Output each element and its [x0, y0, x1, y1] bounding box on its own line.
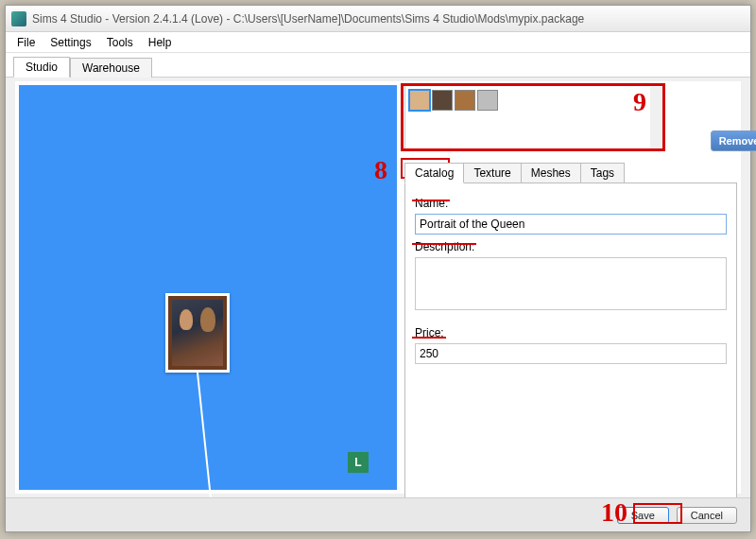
- save-button[interactable]: Save: [617, 507, 669, 524]
- swatch-2[interactable]: [432, 90, 453, 111]
- titlebar: Sims 4 Studio - Version 2.4.1.4 (Love) -…: [6, 6, 750, 32]
- bottom-bar: Save Cancel: [6, 497, 750, 531]
- window-title: Sims 4 Studio - Version 2.4.1.4 (Love) -…: [32, 12, 584, 26]
- swatch-1[interactable]: [409, 90, 430, 111]
- description-input[interactable]: [415, 257, 727, 310]
- catalog-panel: Name: Description: Price:: [404, 183, 737, 506]
- 3d-viewport[interactable]: L: [19, 85, 397, 490]
- name-label: Name:: [415, 197, 727, 210]
- swatch-3[interactable]: [455, 90, 475, 111]
- menu-tools[interactable]: Tools: [99, 33, 141, 52]
- price-input[interactable]: [415, 343, 727, 364]
- workspace: L Remove Swatch Catalog Texture: [15, 81, 741, 494]
- ptab-catalog[interactable]: Catalog: [404, 163, 464, 183]
- viewport-axis-badge: L: [348, 452, 369, 473]
- painting-frame: [168, 296, 227, 370]
- swatch-zone: Remove Swatch: [404, 85, 737, 159]
- name-input[interactable]: [415, 214, 727, 235]
- menubar: File Settings Tools Help: [6, 32, 750, 53]
- swatch-4[interactable]: [477, 90, 498, 111]
- painting-canvas: [172, 300, 223, 366]
- ptab-tags[interactable]: Tags: [580, 163, 625, 183]
- price-label: Price:: [415, 326, 727, 339]
- properties-pane: Remove Swatch Catalog Texture Meshes Tag…: [401, 81, 741, 494]
- ptab-texture[interactable]: Texture: [463, 163, 521, 183]
- ptab-meshes[interactable]: Meshes: [521, 163, 581, 183]
- swatch-row: [409, 90, 661, 111]
- property-tabstrip: Catalog Texture Meshes Tags: [404, 163, 737, 183]
- menu-file[interactable]: File: [9, 33, 43, 52]
- menu-help[interactable]: Help: [141, 33, 180, 52]
- preview-object-painting: [165, 293, 230, 373]
- swatch-scrollbar[interactable]: [650, 87, 663, 149]
- tab-studio[interactable]: Studio: [13, 57, 70, 78]
- description-label: Description:: [415, 240, 727, 253]
- cancel-button[interactable]: Cancel: [677, 507, 737, 524]
- swatch-list: [404, 85, 665, 151]
- app-icon: [11, 11, 26, 26]
- remove-swatch-button[interactable]: Remove Swatch: [711, 130, 756, 151]
- main-tabstrip: Studio Warehouse: [6, 53, 750, 78]
- app-window: Sims 4 Studio - Version 2.4.1.4 (Love) -…: [5, 5, 751, 532]
- tab-warehouse[interactable]: Warehouse: [70, 58, 152, 78]
- menu-settings[interactable]: Settings: [43, 33, 98, 52]
